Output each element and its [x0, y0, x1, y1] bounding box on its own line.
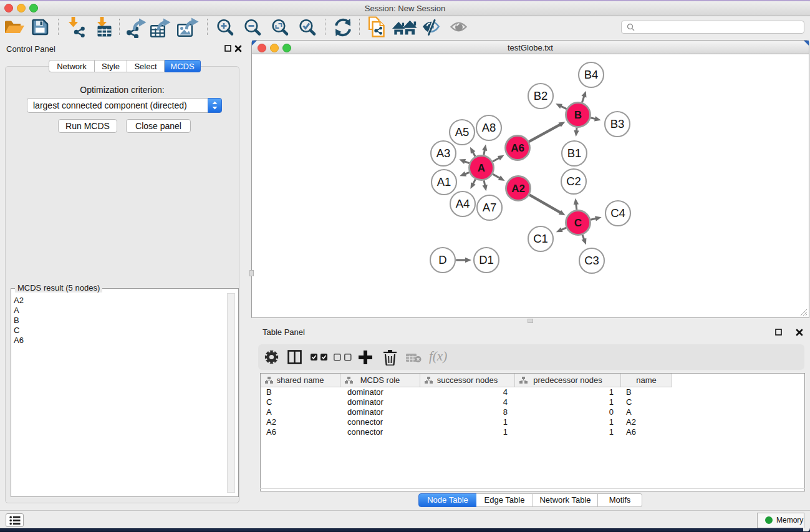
svg-text:A2: A2 — [511, 183, 525, 195]
svg-text:C4: C4 — [610, 206, 625, 220]
svg-text:A8: A8 — [482, 121, 496, 134]
svg-text:B4: B4 — [584, 68, 599, 81]
svg-text:B3: B3 — [610, 117, 625, 130]
svg-text:A1: A1 — [437, 175, 451, 188]
svg-text:A3: A3 — [436, 147, 451, 160]
svg-text:A4: A4 — [456, 197, 470, 210]
svg-text:C1: C1 — [533, 232, 548, 245]
svg-text:A7: A7 — [483, 201, 497, 214]
svg-text:A: A — [478, 162, 485, 174]
svg-text:A6: A6 — [511, 142, 524, 154]
svg-text:B: B — [574, 109, 582, 121]
svg-text:D1: D1 — [479, 253, 494, 266]
svg-text:B1: B1 — [567, 147, 582, 160]
svg-text:A5: A5 — [455, 125, 470, 138]
svg-text:C2: C2 — [566, 175, 581, 188]
svg-text:B2: B2 — [534, 89, 548, 102]
svg-text:C3: C3 — [584, 254, 599, 267]
svg-text:D: D — [438, 253, 446, 266]
svg-text:C: C — [574, 217, 582, 229]
